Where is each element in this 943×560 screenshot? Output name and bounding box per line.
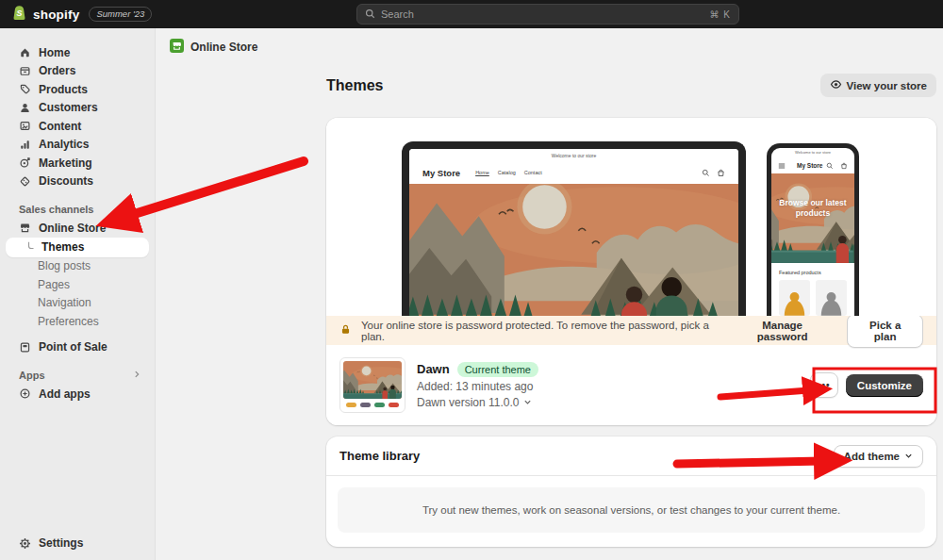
eye-icon xyxy=(830,78,842,92)
sidebar-item-orders[interactable]: Orders xyxy=(0,62,155,81)
online-store-subnav: Themes Blog posts Pages Navigation Prefe… xyxy=(0,238,155,331)
theme-library-empty-state: Try out new themes, work on seasonal ver… xyxy=(338,487,925,533)
theme-version-dropdown[interactable]: Dawn version 11.0.0 xyxy=(417,396,538,409)
sidebar-item-label: Customers xyxy=(39,101,98,114)
sidebar-item-label: Online Store xyxy=(39,222,106,235)
current-theme-badge: Current theme xyxy=(457,362,538,377)
sidebar-item-pages[interactable]: Pages xyxy=(0,275,155,294)
sidebar-item-label: Settings xyxy=(39,536,83,550)
mock-store-name: My Store xyxy=(797,162,822,169)
sidebar-item-label: Home xyxy=(39,46,70,59)
content-icon xyxy=(19,120,31,132)
marketing-icon xyxy=(19,156,31,169)
sidebar-item-blog-posts[interactable]: Blog posts xyxy=(0,257,155,276)
sidebar-item-label: Pages xyxy=(38,278,70,291)
mock-desktop-header: My Store Home Catalog Contact xyxy=(409,161,738,184)
shopify-logo[interactable]: S shopify Summer '23 xyxy=(0,5,152,25)
theme-thumbnail[interactable] xyxy=(339,357,405,413)
manage-password-button[interactable]: Manage password xyxy=(736,320,828,342)
mock-nav: Home Catalog Contact xyxy=(475,170,542,175)
mock-store-name: My Store xyxy=(422,168,460,178)
theme-name: Dawn xyxy=(417,362,450,376)
theme-preview: Welcome to our store My Store Home Catal… xyxy=(326,118,936,316)
sidebar-item-point-of-sale[interactable]: Point of Sale xyxy=(0,338,155,357)
customers-icon xyxy=(19,102,31,114)
mock-hero-image xyxy=(409,184,738,316)
sidebar-item-online-store[interactable]: Online Store xyxy=(0,219,155,238)
discounts-icon xyxy=(19,175,31,188)
sidebar-item-marketing[interactable]: Marketing xyxy=(0,154,155,173)
search-placeholder: Search xyxy=(381,8,414,20)
chevron-down-icon xyxy=(523,396,532,409)
apps-header[interactable]: Apps xyxy=(19,370,143,381)
desktop-preview-mockup: Welcome to our store My Store Home Catal… xyxy=(402,141,746,316)
home-icon xyxy=(19,46,31,58)
mock-product-thumb xyxy=(816,280,847,316)
gear-icon xyxy=(19,537,31,550)
analytics-icon xyxy=(19,139,31,151)
more-options-button[interactable]: ••• xyxy=(810,372,838,398)
page-title: Themes xyxy=(326,77,383,94)
pick-a-plan-button[interactable]: Pick a plan xyxy=(847,314,923,348)
sidebar-item-label: Content xyxy=(39,120,81,133)
view-your-store-button[interactable]: View your store xyxy=(820,74,936,97)
mock-cart-icon xyxy=(840,156,848,173)
products-icon xyxy=(19,83,31,95)
sidebar-item-label: Preferences xyxy=(38,315,99,328)
customize-button[interactable]: Customize xyxy=(846,374,923,397)
sidebar-item-customers[interactable]: Customers xyxy=(0,99,155,118)
sidebar-item-label: Products xyxy=(39,83,88,96)
mock-announcement-bar: Welcome to our store xyxy=(771,148,854,156)
shopify-admin-screen: S shopify Summer '23 Search ⌘ K Home Ord… xyxy=(0,0,943,560)
chevron-down-icon xyxy=(904,451,913,462)
sidebar-item-label: Discounts xyxy=(39,174,93,188)
mock-announcement-bar: Welcome to our store xyxy=(409,149,738,161)
sidebar-item-label: Add apps xyxy=(39,387,91,401)
mock-search-icon xyxy=(702,164,710,181)
orders-icon xyxy=(19,65,31,77)
sidebar-item-label: Marketing xyxy=(39,156,92,170)
sidebar-item-settings[interactable]: Settings xyxy=(0,535,155,553)
mock-product-grid xyxy=(771,280,854,316)
sidebar-item-discounts[interactable]: Discounts xyxy=(0,173,155,191)
sales-channels-header: Sales channels xyxy=(19,204,143,215)
theme-thumbnail-swatches xyxy=(343,399,402,409)
sidebar-item-home[interactable]: Home xyxy=(0,43,155,62)
sidebar-item-label: Themes xyxy=(41,240,84,254)
sidebar: Home Orders Products Customers Content A… xyxy=(0,28,156,560)
sidebar-item-navigation[interactable]: Navigation xyxy=(0,294,155,313)
theme-library-title: Theme library xyxy=(339,449,420,463)
sidebar-item-preferences[interactable]: Preferences xyxy=(0,312,155,331)
mock-hero-title: Browse our latest products xyxy=(771,198,854,218)
online-store-channel-icon xyxy=(170,39,184,56)
search-icon xyxy=(365,6,375,23)
theme-library-card: Theme library Add theme Try out new them… xyxy=(326,436,936,547)
current-theme-row: Dawn Current theme Added: 13 minutes ago… xyxy=(326,345,936,425)
hamburger-icon xyxy=(778,156,786,173)
add-theme-button[interactable]: Add theme xyxy=(834,445,923,468)
search-input[interactable]: Search ⌘ K xyxy=(356,4,739,25)
sidebar-item-themes[interactable]: Themes xyxy=(6,238,149,257)
sidebar-item-label: Orders xyxy=(39,64,75,77)
breadcrumb[interactable]: Online Store xyxy=(170,39,257,56)
mock-mobile-header: My Store xyxy=(771,156,854,173)
mock-cart-icon xyxy=(717,164,725,181)
sidebar-item-label: Point of Sale xyxy=(39,340,108,354)
banner-message: Your online store is password protected.… xyxy=(361,320,727,342)
chevron-right-icon xyxy=(132,370,141,381)
plus-circle-icon xyxy=(19,387,31,400)
svg-text:S: S xyxy=(17,8,23,18)
theme-added-date: Added: 13 minutes ago xyxy=(417,380,538,393)
sidebar-item-add-apps[interactable]: Add apps xyxy=(0,385,155,404)
current-theme-card: Welcome to our store My Store Home Catal… xyxy=(326,118,936,425)
mock-product-thumb xyxy=(779,280,810,316)
mock-search-icon xyxy=(826,156,834,173)
mock-hero-image: Browse our latest products xyxy=(771,173,854,263)
main-content: Online Store Themes View your store Welc… xyxy=(157,28,943,560)
version-badge: Summer '23 xyxy=(89,7,152,22)
sidebar-item-products[interactable]: Products xyxy=(0,80,155,99)
storefront-icon xyxy=(19,222,31,234)
password-banner: Your online store is password protected.… xyxy=(326,316,936,345)
sidebar-item-content[interactable]: Content xyxy=(0,117,155,136)
sidebar-item-analytics[interactable]: Analytics xyxy=(0,136,155,155)
